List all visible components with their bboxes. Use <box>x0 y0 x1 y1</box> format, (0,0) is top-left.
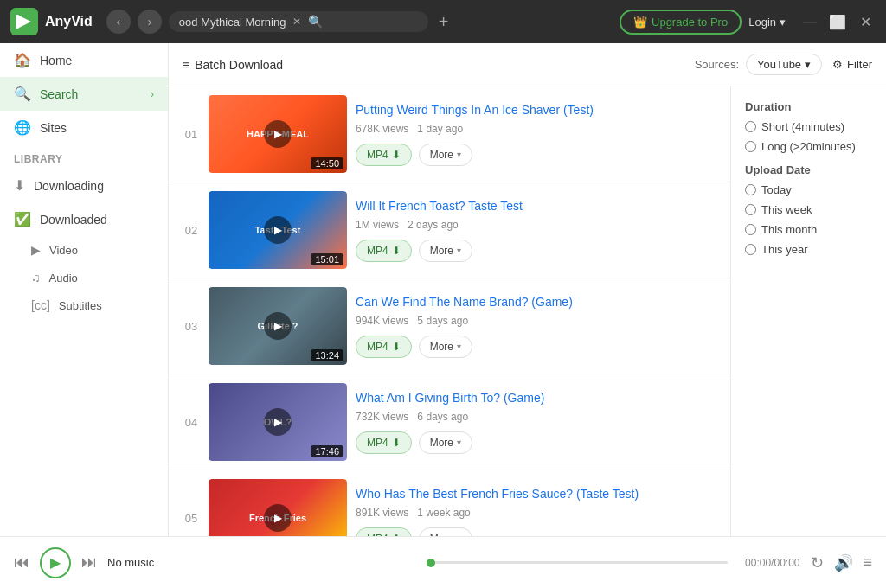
filter-panel: Duration Short (4minutes) Long (>20minut… <box>730 86 886 536</box>
repeat-button[interactable]: ↻ <box>811 553 824 572</box>
sidebar-item-search[interactable]: 🔍 Search › <box>0 77 168 111</box>
playlist-button[interactable]: ≡ <box>864 553 873 572</box>
download-arrow-icon: ⬇ <box>392 245 401 257</box>
player-time: 00:00/00:00 <box>745 557 799 569</box>
sidebar-item-video[interactable]: ▶ Video <box>0 236 168 264</box>
forward-button[interactable]: › <box>138 10 162 34</box>
sources-label: Sources: <box>695 58 739 71</box>
back-button[interactable]: ‹ <box>106 10 131 34</box>
next-button[interactable]: ⏭ <box>81 553 97 572</box>
prev-button[interactable]: ⏮ <box>14 553 29 572</box>
mp4-label: MP4 <box>367 149 388 161</box>
player-title: No music <box>107 556 409 569</box>
mp4-download-button[interactable]: MP4 ⬇ <box>356 527 412 536</box>
sidebar-item-sites[interactable]: 🌐 Sites <box>0 111 168 144</box>
chevron-down-icon: ▾ <box>805 58 811 71</box>
chevron-down-icon: ▾ <box>457 342 461 351</box>
filter-this-year-label: This year <box>761 243 807 256</box>
sidebar-item-downloaded[interactable]: ✅ Downloaded <box>0 202 168 236</box>
upgrade-button[interactable]: 👑 Upgrade to Pro <box>620 10 742 35</box>
filter-this-year-radio[interactable] <box>745 244 756 255</box>
filter-this-week[interactable]: This week <box>745 203 872 216</box>
filter-this-week-radio[interactable] <box>745 204 756 215</box>
filter-button[interactable]: ⚙ Filter <box>832 58 872 71</box>
minimize-button[interactable]: — <box>799 11 820 32</box>
filter-today[interactable]: Today <box>745 183 872 196</box>
more-button[interactable]: More ▾ <box>419 336 472 358</box>
more-button[interactable]: More ▾ <box>419 144 472 166</box>
video-number: 01 <box>183 128 200 141</box>
play-overlay-icon[interactable]: ▶ <box>264 408 292 436</box>
volume-button[interactable]: 🔊 <box>834 553 853 572</box>
more-button[interactable]: More ▾ <box>419 431 472 454</box>
more-label: More <box>430 437 453 449</box>
thumbnail[interactable]: French Fries ▶ 16:22 <box>209 479 347 536</box>
filter-this-year[interactable]: This year <box>745 243 872 256</box>
filter-icon: ⚙ <box>832 58 843 71</box>
title-bar: AnyVid ‹ › ood Mythical Morning ✕ 🔍 + 👑 … <box>0 0 886 43</box>
sidebar-item-home[interactable]: 🏠 Home <box>0 43 168 77</box>
filter-long[interactable]: Long (>20minutes) <box>745 140 872 153</box>
close-tab-icon[interactable]: ✕ <box>292 16 301 28</box>
login-button[interactable]: Login ▾ <box>748 16 786 29</box>
filter-this-month-label: This month <box>761 223 817 236</box>
more-button[interactable]: More ▾ <box>419 240 472 262</box>
app-name: AnyVid <box>45 14 93 29</box>
play-overlay-icon[interactable]: ▶ <box>264 504 292 532</box>
sidebar-subtitles-label: Subtitles <box>59 299 102 312</box>
mp4-label: MP4 <box>367 341 388 353</box>
play-overlay-icon[interactable]: ▶ <box>264 312 292 340</box>
sources-dropdown[interactable]: YouTube ▾ <box>746 54 822 75</box>
more-label: More <box>430 341 453 353</box>
video-list: 01 HAPPY MEAL ▶ 14:50 Putting Weird Thin… <box>169 86 886 536</box>
filter-this-week-label: This week <box>761 203 812 216</box>
library-section-label: Library <box>0 144 168 169</box>
batch-icon: ≡ <box>183 58 189 72</box>
filter-short-radio[interactable] <box>745 121 756 132</box>
play-overlay-icon[interactable]: ▶ <box>264 120 292 148</box>
crown-icon: 👑 <box>633 16 647 29</box>
sidebar-downloading-label: Downloading <box>34 179 104 193</box>
download-arrow-icon: ⬇ <box>392 533 401 536</box>
more-label: More <box>430 533 453 536</box>
search-icon: 🔍 <box>308 15 323 29</box>
chevron-down-icon: ▾ <box>457 438 461 447</box>
more-button[interactable]: More ▾ <box>419 527 472 536</box>
filter-long-radio[interactable] <box>745 141 756 152</box>
search-tab-text: ood Mythical Morning <box>179 16 286 29</box>
duration-badge: 15:01 <box>311 253 343 265</box>
sidebar: 🏠 Home 🔍 Search › 🌐 Sites Library ⬇ Down… <box>0 43 169 536</box>
batch-download-label: Batch Download <box>195 58 283 72</box>
player-progress-bar[interactable] <box>427 561 729 564</box>
filter-label: Filter <box>847 58 872 71</box>
mp4-download-button[interactable]: MP4 ⬇ <box>356 431 412 454</box>
play-overlay-icon[interactable]: ▶ <box>264 216 292 244</box>
chevron-down-icon: ▾ <box>457 150 461 159</box>
play-button[interactable]: ▶ <box>40 547 71 578</box>
thumbnail[interactable]: HAPPY MEAL ▶ 14:50 <box>209 95 347 173</box>
sidebar-item-audio[interactable]: ♫ Audio <box>0 264 168 291</box>
batch-download-button[interactable]: ≡ Batch Download <box>183 58 283 72</box>
video-number: 03 <box>183 320 200 333</box>
thumbnail[interactable]: Gillette ? ▶ 13:24 <box>209 287 347 365</box>
filter-short[interactable]: Short (4minutes) <box>745 120 872 133</box>
close-button[interactable]: ✕ <box>855 11 876 32</box>
download-icon: ⬇ <box>14 177 25 194</box>
more-label: More <box>430 149 453 161</box>
search-tab[interactable]: ood Mythical Morning ✕ 🔍 <box>169 11 428 32</box>
source-value: YouTube <box>757 58 801 71</box>
thumbnail[interactable]: OWL? ▶ 17:46 <box>209 383 347 461</box>
sidebar-audio-label: Audio <box>49 272 78 284</box>
mp4-download-button[interactable]: MP4 ⬇ <box>356 144 412 166</box>
mp4-download-button[interactable]: MP4 ⬇ <box>356 240 412 262</box>
filter-this-month[interactable]: This month <box>745 223 872 236</box>
add-tab-button[interactable]: + <box>435 12 453 32</box>
mp4-download-button[interactable]: MP4 ⬇ <box>356 336 412 358</box>
filter-this-month-radio[interactable] <box>745 224 756 235</box>
sidebar-item-subtitles[interactable]: [cc] Subtitles <box>0 291 168 319</box>
sidebar-item-downloading[interactable]: ⬇ Downloading <box>0 169 168 202</box>
sidebar-home-label: Home <box>40 54 72 67</box>
thumbnail[interactable]: Taste Test ▶ 15:01 <box>209 191 347 269</box>
filter-today-radio[interactable] <box>745 184 756 195</box>
maximize-button[interactable]: ⬜ <box>827 11 848 32</box>
